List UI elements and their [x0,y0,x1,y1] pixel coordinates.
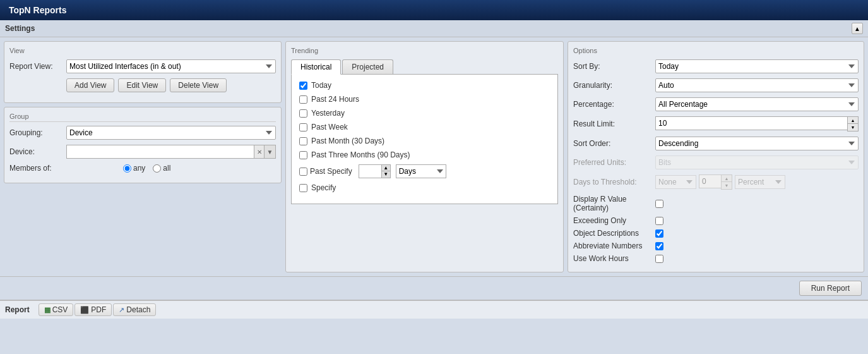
csv-icon: ▦ [44,306,51,314]
result-limit-up-btn[interactable]: ▲ [848,117,858,124]
result-limit-down-btn[interactable]: ▼ [848,124,858,131]
past-specify-checkbox[interactable] [299,168,307,176]
device-clear-button[interactable]: ✕ [254,145,264,158]
abbreviate-row: Abbreviate Numbers [573,241,859,250]
grouping-select[interactable]: Device [66,126,276,140]
csv-label: CSV [52,305,68,314]
sort-by-select[interactable]: Today [655,59,859,73]
group-panel: Group Grouping: Device Device: ✕ ▼ Membe… [4,107,282,183]
edit-view-button[interactable]: Edit View [118,78,166,92]
report-view-select[interactable]: Most Utilized Interfaces (in & out) [66,59,276,73]
delete-view-button[interactable]: Delete View [170,78,227,92]
days-threshold-spinners: ▲ ▼ [721,174,732,190]
preferred-units-select[interactable]: Bits [655,156,859,169]
past-specify-spinner-btns: ▲ ▼ [381,165,390,178]
run-report-row: Run Report [0,276,868,300]
result-limit-input[interactable] [655,116,847,130]
granularity-label: Granularity: [573,81,655,90]
object-desc-checkbox[interactable] [655,229,663,238]
view-buttons-row: Add View Edit View Delete View [66,78,276,92]
past-three-months-label: Past Three Months (90 Days) [311,150,410,159]
granularity-select[interactable]: Auto [655,78,859,92]
object-desc-row: Object Descriptions [573,229,859,238]
run-report-button[interactable]: Run Report [799,281,862,296]
options-panel: Options Sort By: Today Granularity: Auto… [568,41,864,272]
display-r-checkbox[interactable] [655,200,663,208]
detach-button[interactable]: ↗ Detach [113,303,156,316]
yesterday-checkbox[interactable] [299,109,307,118]
object-desc-label: Object Descriptions [573,229,655,238]
past-specify-input[interactable] [359,165,381,178]
group-panel-title: Group [9,113,276,122]
tab-projected[interactable]: Projected [342,59,393,74]
preferred-units-control: Bits [655,156,859,169]
csv-button[interactable]: ▦ CSV [39,303,74,316]
report-bar: Report ▦ CSV ⬛ PDF ↗ Detach [0,300,868,319]
main-content: View Report View: Most Utilized Interfac… [0,37,868,276]
tab-bar: Historical Projected [291,59,558,75]
add-view-button[interactable]: Add View [66,78,114,92]
settings-label: Settings [5,24,35,33]
past-week-checkbox[interactable] [299,123,307,131]
days-threshold-number-input[interactable] [699,174,721,188]
any-radio[interactable] [123,164,131,173]
days-threshold-down-btn[interactable]: ▼ [722,182,732,189]
any-radio-label[interactable]: any [123,164,145,173]
display-r-label: Display R Value (Certainty) [573,195,655,212]
device-input-wrapper: ✕ [66,145,265,159]
view-panel: View Report View: Most Utilized Interfac… [4,41,282,103]
all-radio[interactable] [153,164,161,173]
granularity-row: Granularity: Auto [573,78,859,92]
days-threshold-label: Days to Threshold: [573,178,655,186]
grouping-row: Grouping: Device [9,126,276,140]
work-hours-checkbox[interactable] [655,255,663,263]
past24-checkbox[interactable] [299,95,307,104]
sort-by-row: Sort By: Today [573,59,859,73]
result-limit-input-group: ▲ ▼ [655,116,859,131]
percentage-row: Percentage: All Percentage [573,97,859,111]
past-three-months-row: Past Three Months (90 Days) [299,150,550,159]
yesterday-row: Yesterday [299,109,550,118]
collapse-button[interactable]: ▲ [852,23,863,34]
tab-historical[interactable]: Historical [291,59,341,75]
days-threshold-controls: None ▲ ▼ Percent [655,174,785,190]
device-input[interactable] [67,145,254,158]
past-specify-spinner: ▲ ▼ [359,164,391,178]
specify-label: Specify [311,183,336,192]
sort-order-select[interactable]: Descending Ascending [655,137,859,150]
past-three-months-checkbox[interactable] [299,151,307,159]
specify-row: Specify [299,183,550,192]
members-radio-group: any all [123,164,170,173]
past24-label: Past 24 Hours [311,95,359,104]
tab-content-historical: Today Past 24 Hours Yesterday Past Week … [291,75,558,204]
percentage-control: All Percentage [655,97,859,111]
past-specify-unit-select[interactable]: Days Hours Weeks [396,164,446,178]
past-specify-up-btn[interactable]: ▲ [381,165,390,171]
pdf-button[interactable]: ⬛ PDF [74,303,112,316]
exceeding-only-checkbox[interactable] [655,217,663,225]
past-month-checkbox[interactable] [299,137,307,145]
days-threshold-select[interactable]: None [655,175,696,189]
abbreviate-checkbox[interactable] [655,242,663,250]
detach-label: Detach [126,305,150,314]
past-week-row: Past Week [299,123,550,131]
past24-row: Past 24 Hours [299,95,550,104]
app-title: TopN Reports [9,5,67,15]
report-view-row: Report View: Most Utilized Interfaces (i… [9,59,276,73]
days-threshold-unit-select[interactable]: Percent [735,175,785,189]
pdf-label: PDF [91,305,106,314]
grouping-label: Grouping: [9,128,66,137]
percentage-select[interactable]: All Percentage [655,97,859,111]
sort-order-row: Sort Order: Descending Ascending [573,137,859,150]
display-r-row: Display R Value (Certainty) [573,195,859,212]
days-threshold-row: Days to Threshold: None ▲ ▼ Percent [573,174,859,190]
result-limit-row: Result Limit: ▲ ▼ [573,116,859,131]
settings-header: Settings ▲ [0,20,868,37]
today-checkbox[interactable] [299,82,307,90]
specify-checkbox[interactable] [299,184,307,192]
past-specify-down-btn[interactable]: ▼ [381,171,390,178]
days-threshold-up-btn[interactable]: ▲ [722,175,732,182]
device-dropdown-button[interactable]: ▼ [265,145,276,159]
all-radio-label[interactable]: all [153,164,170,173]
members-label: Members of: [9,164,66,173]
